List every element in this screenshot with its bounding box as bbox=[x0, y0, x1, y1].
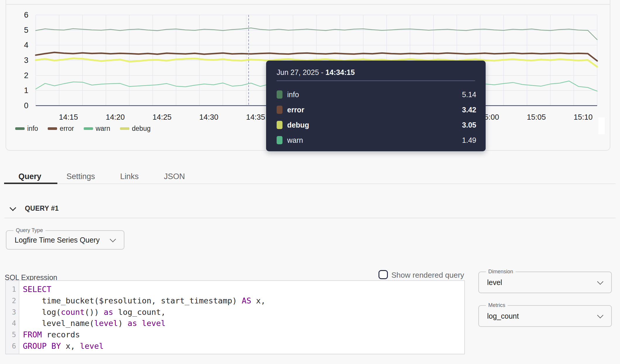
legend-item-debug[interactable]: debug bbox=[120, 125, 151, 133]
legend-label: error bbox=[60, 125, 74, 133]
show-rendered-query-checkbox[interactable] bbox=[378, 270, 388, 279]
sql-keyword: count bbox=[61, 308, 85, 317]
chevron-down-icon[interactable] bbox=[10, 205, 16, 211]
x-axis-tick-label: 15:05 bbox=[527, 113, 546, 121]
sql-code-editor[interactable]: 123456 SELECT time_bucket($resolution, s… bbox=[5, 280, 465, 354]
legend-swatch-icon bbox=[84, 127, 93, 130]
x-axis-tick-label: 15:10 bbox=[574, 113, 593, 121]
sql-text: x, bbox=[251, 296, 266, 305]
active-tab-underline bbox=[4, 183, 57, 184]
chart-tooltip: Jun 27, 2025 - 14:34:15 info5.14error3.4… bbox=[266, 61, 486, 151]
y-axis-tick-label: 1 bbox=[24, 86, 28, 95]
sql-code[interactable]: SELECT time_bucket($resolution, start_ti… bbox=[19, 281, 266, 354]
sql-keyword: FROM bbox=[23, 330, 42, 339]
x-axis-tick-label: 14:20 bbox=[106, 113, 125, 121]
legend-swatch-icon bbox=[48, 127, 57, 130]
x-axis-tick-label: 14:30 bbox=[199, 113, 218, 121]
code-line: log(count()) as log_count, bbox=[23, 307, 266, 318]
legend-label: debug bbox=[132, 125, 151, 133]
y-axis-tick-label: 2 bbox=[24, 71, 28, 80]
sql-text: ) bbox=[118, 319, 128, 328]
sql-keyword: level bbox=[94, 319, 118, 328]
tab-json[interactable]: JSON bbox=[164, 172, 185, 181]
tab-settings[interactable]: Settings bbox=[66, 172, 95, 181]
legend-item-error[interactable]: error bbox=[48, 125, 74, 133]
metrics-value: log_count bbox=[487, 306, 519, 326]
series-swatch-icon bbox=[277, 90, 282, 99]
y-axis-tick-label: 5 bbox=[24, 26, 28, 35]
code-line: time_bucket($resolution, start_timestamp… bbox=[23, 295, 266, 307]
sql-text: time_bucket($resolution, start_timestamp… bbox=[23, 296, 242, 305]
show-rendered-query-label[interactable]: Show rendered query bbox=[391, 271, 464, 280]
tooltip-row-debug: debug3.05 bbox=[277, 117, 476, 133]
y-axis-tick-label: 3 bbox=[24, 56, 28, 65]
line-number: 6 bbox=[6, 341, 19, 352]
line-number-gutter: 123456 bbox=[6, 281, 19, 354]
sql-text: log( bbox=[23, 308, 61, 317]
sql-keyword: level bbox=[80, 341, 104, 351]
tooltip-series-value: 3.42 bbox=[462, 106, 476, 114]
chevron-down-icon bbox=[110, 236, 116, 242]
scrollbar-thumb[interactable] bbox=[598, 117, 605, 134]
code-line: level_name(level) as level bbox=[23, 318, 266, 329]
line-number: 1 bbox=[6, 284, 19, 295]
tooltip-series-name: error bbox=[287, 106, 304, 114]
tooltip-series-value: 1.49 bbox=[462, 136, 476, 145]
sql-text bbox=[137, 319, 142, 328]
tooltip-timestamp: Jun 27, 2025 - 14:34:15 bbox=[277, 68, 355, 77]
x-axis-tick-label: 14:15 bbox=[59, 113, 78, 121]
tooltip-divider bbox=[277, 80, 475, 81]
legend-swatch-icon bbox=[120, 127, 129, 130]
sql-keyword: GROUP BY bbox=[23, 341, 61, 351]
series-swatch-icon bbox=[277, 121, 282, 129]
section-divider bbox=[4, 218, 616, 218]
code-line: FROM records bbox=[23, 329, 266, 341]
tooltip-series-value: 3.05 bbox=[462, 121, 476, 129]
dimension-select[interactable]: Dimension level bbox=[478, 272, 612, 293]
sql-text: log_count, bbox=[113, 308, 166, 317]
sql-keyword: AS bbox=[242, 296, 251, 305]
x-axis-tick-label: 14:25 bbox=[153, 113, 172, 121]
tooltip-date: Jun 27, 2025 - bbox=[277, 68, 326, 76]
metrics-select[interactable]: Metrics log_count bbox=[478, 305, 612, 327]
legend-label: info bbox=[27, 125, 38, 133]
line-number: 5 bbox=[6, 329, 19, 341]
legend-item-info[interactable]: info bbox=[15, 125, 38, 133]
y-axis-tick-label: 6 bbox=[24, 11, 28, 19]
x-axis-tick-label: 14:35 bbox=[246, 113, 265, 121]
line-number: 2 bbox=[6, 295, 19, 307]
line-number: 3 bbox=[6, 307, 19, 318]
sql-text: ()) bbox=[85, 308, 104, 317]
tooltip-series-name: debug bbox=[287, 121, 309, 129]
series-swatch-icon bbox=[277, 136, 282, 144]
legend-swatch-icon bbox=[15, 127, 25, 130]
tab-links[interactable]: Links bbox=[120, 172, 139, 181]
tooltip-series-name: warn bbox=[287, 136, 303, 145]
query-section-title[interactable]: QUERY #1 bbox=[25, 205, 59, 212]
series-swatch-icon bbox=[277, 106, 282, 114]
tooltip-row-error: error3.42 bbox=[277, 102, 476, 117]
dimension-value: level bbox=[487, 272, 502, 293]
tooltip-row-warn: warn1.49 bbox=[277, 133, 476, 148]
tab-bar-divider bbox=[4, 183, 616, 184]
legend-label: warn bbox=[96, 125, 110, 133]
query-type-select[interactable]: Query Type Logfire Time Series Query bbox=[6, 230, 124, 250]
line-number: 4 bbox=[6, 318, 19, 329]
legend-item-warn[interactable]: warn bbox=[84, 125, 110, 133]
sql-text: level_name( bbox=[23, 319, 94, 328]
chart-legend: infoerrorwarndebug bbox=[15, 125, 150, 133]
tooltip-series-name: info bbox=[287, 90, 299, 99]
sql-text: x, bbox=[61, 341, 80, 351]
sql-keyword: SELECT bbox=[23, 285, 52, 294]
tab-bar: QuerySettingsLinksJSON bbox=[18, 172, 185, 181]
code-line: SELECT bbox=[23, 284, 266, 295]
tooltip-series-value: 5.14 bbox=[462, 90, 476, 99]
tab-query[interactable]: Query bbox=[18, 172, 41, 181]
chevron-down-icon bbox=[597, 312, 603, 318]
sql-keyword: level bbox=[142, 319, 165, 328]
sql-keyword: as bbox=[128, 319, 137, 328]
tooltip-row-info: info5.14 bbox=[277, 87, 476, 102]
sql-keyword: as bbox=[104, 308, 113, 317]
tooltip-time: 14:34:15 bbox=[326, 68, 355, 76]
query-type-value: Logfire Time Series Query bbox=[15, 231, 100, 249]
